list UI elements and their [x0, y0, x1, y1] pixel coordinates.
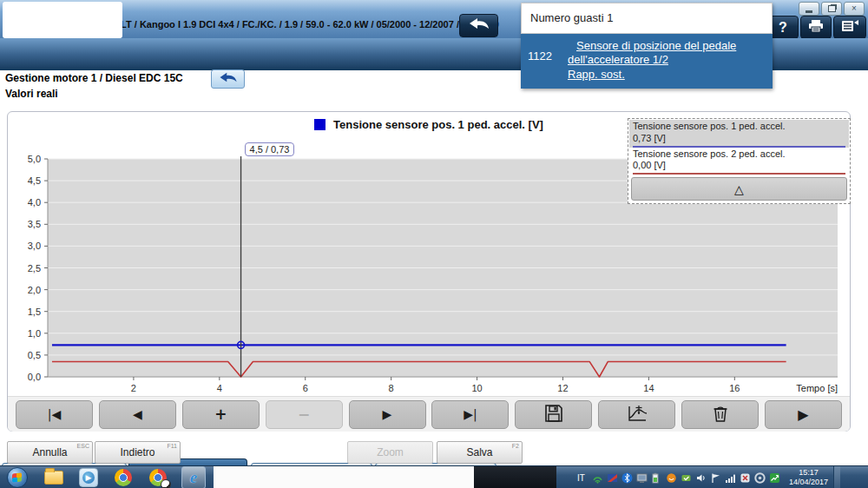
fault-row[interactable]: 1122 Sensore di posizione del pedale del… — [521, 34, 773, 89]
battery-icon[interactable] — [651, 472, 662, 484]
signal-value-panel: Tensione sensore pos. 1 ped. accel. 0,73… — [628, 118, 851, 204]
svg-text:14: 14 — [643, 383, 654, 393]
skip-to-start-button[interactable]: |◀ — [16, 400, 93, 429]
signal-label: Tensione sensore pos. 2 ped. accel. — [633, 148, 845, 161]
bluetooth-icon[interactable] — [621, 472, 633, 484]
svg-text:1,0: 1,0 — [28, 328, 41, 339]
start-button[interactable] — [7, 467, 28, 488]
back-arrow-icon — [469, 17, 490, 34]
menu-button[interactable] — [833, 16, 866, 39]
zoom-in-button[interactable]: + — [182, 400, 260, 429]
step-forward-button[interactable]: ▶ — [349, 400, 426, 429]
zoom-out-button[interactable]: − — [266, 400, 343, 429]
back-arrow-icon — [219, 71, 238, 87]
annulla-button[interactable]: Annulla ESC — [7, 441, 93, 464]
antivirus-icon[interactable] — [607, 472, 618, 484]
trash-icon — [712, 404, 729, 425]
screen: × RENAULT / Kangoo I 1.9 DCI 4x4 / FC./K… — [0, 0, 868, 488]
step-forward-icon: ▶ — [383, 407, 392, 421]
button-label: Zoom — [377, 446, 404, 458]
signal-item-2[interactable]: Tensione sensore pos. 2 ped. accel. 0,00… — [629, 148, 849, 175]
plus-icon: + — [214, 406, 227, 423]
show-desktop-button[interactable] — [833, 466, 840, 488]
internet-explorer-taskbar-icon[interactable]: e — [181, 466, 206, 488]
indietro-button[interactable]: Indietro F11 — [95, 441, 181, 464]
media-player-taskbar-icon[interactable]: ▶ — [77, 467, 100, 488]
svg-text:8: 8 — [389, 383, 394, 393]
print-icon — [807, 19, 825, 36]
action-center-icon[interactable] — [710, 472, 721, 484]
windows-flag-icon — [12, 472, 22, 482]
collapse-panel-button[interactable]: △ — [631, 177, 847, 201]
signal-label: Tensione sensore pos. 1 ped. accel. — [633, 121, 845, 133]
chrome-football-taskbar-icon[interactable] — [147, 467, 169, 488]
open-app-button[interactable] — [214, 466, 474, 488]
back-button-titlebar[interactable] — [459, 14, 498, 37]
restore-icon — [828, 5, 836, 12]
blank-logo-area — [3, 2, 122, 38]
java-update-icon[interactable] — [666, 472, 677, 484]
fault-popup: Numero guasti 1 1122 Sensore di posizion… — [521, 3, 773, 89]
clock-time: 15:17 — [789, 468, 828, 478]
no-connection-icon[interactable] — [740, 472, 751, 484]
skip-to-end-button[interactable]: ▶| — [431, 400, 509, 429]
svg-text:2,5: 2,5 — [28, 263, 41, 274]
minus-icon: − — [298, 406, 310, 423]
network-signal-icon[interactable] — [725, 472, 736, 484]
key-hint: F11 — [167, 443, 177, 449]
save-recording-button[interactable] — [515, 400, 592, 429]
vehicle-title: RENAULT / Kangoo I 1.9 DCI 4x4 / FC./KC.… — [87, 19, 469, 30]
explorer-taskbar-icon[interactable] — [43, 467, 65, 488]
safely-remove-icon[interactable] — [754, 472, 766, 484]
signal-item-1[interactable]: Tensione sensore pos. 1 ped. accel. 0,73… — [629, 120, 849, 148]
svg-text:2: 2 — [131, 383, 136, 393]
skip-start-icon: |◀ — [48, 407, 61, 421]
taskbar: ▶ e IT 15:17 14/04/2017 — [0, 465, 868, 488]
media-player-icon: ▶ — [79, 468, 98, 487]
player-toolbar: |◀ ◀ + − ▶ ▶| ▶ — [8, 396, 850, 432]
delete-button[interactable] — [681, 400, 759, 429]
play-button[interactable]: ▶ — [765, 400, 842, 429]
fault-action-link[interactable]: Rapp. sost. — [568, 68, 625, 81]
volume-icon[interactable] — [695, 472, 707, 484]
salva-button[interactable]: Salva F2 — [437, 441, 523, 464]
internet-explorer-icon: e — [190, 468, 197, 487]
svg-text:4,5: 4,5 — [28, 175, 41, 186]
fault-description-link[interactable]: Sensore di posizione del pedale dell'acc… — [568, 39, 736, 66]
display-icon[interactable] — [636, 472, 648, 484]
minimize-button[interactable] — [799, 2, 819, 16]
key-hint: F2 — [512, 443, 519, 449]
menu-icon — [840, 19, 859, 36]
svg-text:3,5: 3,5 — [28, 219, 41, 229]
skip-end-icon: ▶| — [464, 407, 477, 421]
chrome-taskbar-icon[interactable] — [112, 467, 135, 488]
fault-description: Sensore di posizione del pedale dell'acc… — [568, 39, 766, 82]
back-button-content[interactable] — [211, 69, 245, 89]
measure-cursor-button[interactable] — [598, 400, 675, 429]
collapse-triangle-icon: △ — [734, 182, 744, 196]
svg-text:16: 16 — [729, 383, 740, 393]
stocks-icon[interactable] — [769, 472, 780, 484]
button-label: Salva — [466, 446, 492, 458]
svg-text:4: 4 — [217, 383, 222, 393]
zoom-button[interactable]: Zoom — [347, 441, 433, 464]
svg-text:5,0: 5,0 — [28, 154, 41, 164]
sync-icon[interactable] — [681, 472, 692, 484]
taskbar-clock[interactable]: 15:17 14/04/2017 — [789, 468, 828, 488]
language-indicator[interactable]: IT — [577, 473, 585, 483]
folder-icon — [44, 471, 63, 485]
svg-text:0,0: 0,0 — [28, 372, 41, 382]
print-button[interactable] — [800, 16, 832, 39]
close-button[interactable]: × — [844, 2, 865, 16]
step-back-button[interactable]: ◀ — [99, 400, 176, 429]
wifi-icon[interactable] — [592, 472, 603, 484]
cursor-value-label: 4,5 / 0,73 — [245, 142, 295, 156]
svg-text:3,0: 3,0 — [28, 241, 41, 251]
clock-date: 14/04/2017 — [789, 478, 828, 487]
fault-popup-title: Numero guasti 1 — [521, 3, 773, 34]
restore-button[interactable] — [821, 2, 842, 16]
signal-value: 0,73 [V] — [633, 133, 845, 145]
svg-text:12: 12 — [557, 383, 568, 393]
page-subtitle: Valori reali — [5, 88, 58, 100]
chrome-icon — [115, 469, 132, 486]
